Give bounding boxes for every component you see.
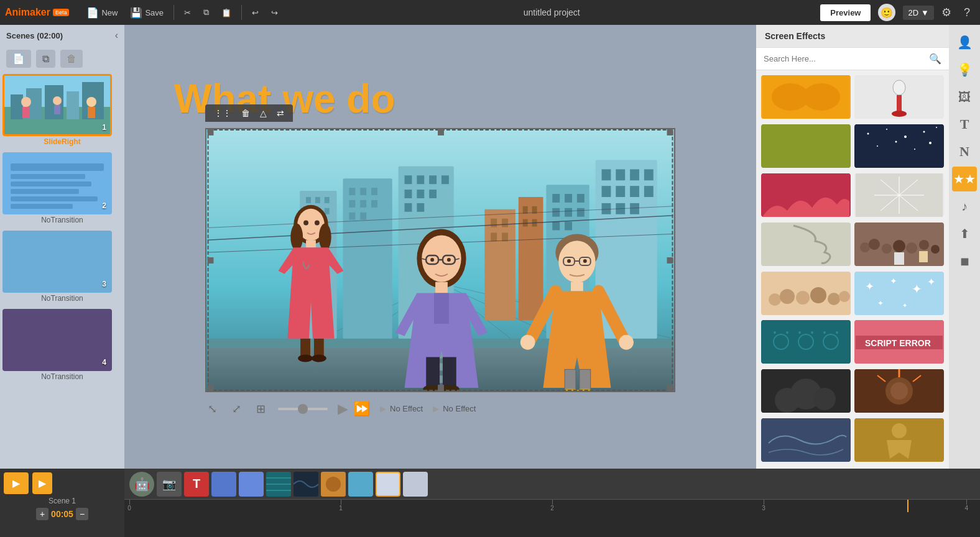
- effect-thumb-1[interactable]: [761, 75, 851, 119]
- upload-button[interactable]: ⬆: [952, 221, 977, 246]
- svg-rect-61: [417, 203, 424, 211]
- text-button[interactable]: T: [952, 112, 977, 137]
- timeline-blue-item[interactable]: [211, 472, 236, 497]
- delete-scene-button[interactable]: 🗑: [60, 50, 83, 68]
- duplicate-scene-button[interactable]: ⧉: [36, 50, 55, 68]
- play-button[interactable]: ▶: [338, 401, 348, 417]
- zoom-slider[interactable]: [278, 408, 328, 410]
- effect-thumb-7[interactable]: [761, 223, 851, 266]
- move-tool-button[interactable]: ⋮⋮: [210, 107, 235, 119]
- svg-point-161: [867, 132, 869, 134]
- timeline-lblue-item[interactable]: [239, 472, 264, 497]
- character-icon: 👤: [957, 35, 973, 50]
- zoom-thumb[interactable]: [298, 404, 308, 414]
- preview-button[interactable]: Preview: [820, 4, 871, 21]
- redo-button[interactable]: ↪: [266, 6, 283, 20]
- effect-thumb-13[interactable]: [761, 369, 851, 413]
- scene-thumb-1[interactable]: 1: [2, 74, 112, 136]
- effect-thumb-16[interactable]: [854, 418, 944, 462]
- flip-tool-button[interactable]: △: [256, 107, 270, 119]
- timeline-sky-item[interactable]: [348, 472, 373, 497]
- fit-view-button[interactable]: ⤡: [205, 400, 220, 418]
- play-from-start-button[interactable]: ▶: [4, 472, 29, 494]
- svg-rect-150: [438, 385, 444, 391]
- entry-effect-selector[interactable]: ▶ No Effect: [380, 404, 423, 413]
- search-input[interactable]: [764, 54, 924, 63]
- effects-button[interactable]: ★★: [952, 167, 977, 191]
- timeline-text-item[interactable]: T: [184, 472, 209, 497]
- swap-tool-button[interactable]: ⇄: [273, 107, 288, 119]
- svg-rect-55: [429, 175, 437, 184]
- svg-rect-49: [371, 200, 377, 207]
- scene-item-1[interactable]: 1 SlideRight: [2, 74, 122, 147]
- svg-rect-74: [630, 169, 639, 180]
- effect-thumb-3[interactable]: [761, 124, 851, 168]
- time-plus-button[interactable]: +: [36, 508, 49, 520]
- undo-button[interactable]: ↩: [247, 6, 264, 20]
- svg-point-221: [813, 388, 836, 410]
- props-button[interactable]: 💡: [952, 57, 977, 82]
- character-button[interactable]: 👤: [952, 30, 977, 55]
- intro-button[interactable]: N: [952, 139, 977, 164]
- exit-effect-arrow: ▶: [433, 404, 439, 413]
- new-button[interactable]: 📄 New: [81, 4, 122, 21]
- timeline-playhead[interactable]: [907, 500, 908, 512]
- settings-button[interactable]: ⚙: [936, 3, 956, 22]
- effect-thumb-10[interactable]: ✦ ✦ ✦ ✦ ✦ ✦: [854, 272, 944, 315]
- timeline-robot-icon[interactable]: 🤖: [129, 472, 154, 497]
- timeline-wave-item[interactable]: [294, 472, 318, 497]
- scene-item-4[interactable]: 4 NoTransition: [2, 309, 122, 382]
- scene-item-2[interactable]: 2 NoTransition: [2, 152, 122, 226]
- timeline-text-icon: T: [193, 477, 200, 491]
- svg-point-99: [319, 223, 331, 250]
- exit-effect-selector[interactable]: ▶ No Effect: [433, 404, 476, 413]
- canvas-toolbar: ⋮⋮ 🗑 △ ⇄: [205, 104, 293, 122]
- svg-rect-65: [577, 194, 585, 203]
- timeline-orange-item[interactable]: [321, 472, 346, 497]
- effect-thumb-15[interactable]: [761, 418, 851, 462]
- effect-thumb-6[interactable]: [854, 173, 944, 217]
- effect-thumb-11[interactable]: [761, 320, 851, 364]
- svg-point-192: [769, 293, 781, 306]
- timeline-selected-item-1[interactable]: [376, 472, 400, 497]
- transitions-button[interactable]: ◼: [952, 249, 977, 273]
- effect-thumb-9[interactable]: [761, 272, 851, 315]
- scene-item-3[interactable]: 3 NoTransition: [2, 231, 122, 304]
- effect-thumb-5[interactable]: [761, 173, 851, 217]
- timeline-camera-icon[interactable]: 📷: [157, 472, 182, 497]
- svg-rect-84: [491, 218, 497, 227]
- paste-button[interactable]: 📋: [216, 6, 236, 20]
- copy-button[interactable]: ⧉: [198, 5, 214, 20]
- timeline-teal-item[interactable]: [266, 472, 291, 497]
- cut-button[interactable]: ✂: [179, 6, 196, 20]
- svg-point-188: [931, 245, 940, 254]
- fast-forward-button[interactable]: ⏩: [353, 401, 370, 417]
- images-button[interactable]: 🖼: [952, 85, 977, 109]
- effect-thumb-14[interactable]: [854, 369, 944, 413]
- expand-view-button[interactable]: ⤢: [229, 400, 244, 418]
- effect-thumb-8[interactable]: [854, 223, 944, 266]
- effect-thumb-2[interactable]: [854, 75, 944, 119]
- mode-selector[interactable]: 2D ▼: [903, 6, 934, 20]
- svg-point-158: [892, 111, 907, 117]
- save-button[interactable]: 💾 Save: [125, 4, 169, 21]
- logo-text: Animaker: [5, 7, 50, 18]
- music-button[interactable]: ♪: [952, 194, 977, 219]
- time-minus-button[interactable]: −: [76, 508, 88, 520]
- grid-view-button[interactable]: ⊞: [254, 400, 268, 418]
- scene-thumb-4[interactable]: 4: [2, 309, 112, 371]
- canvas-frame[interactable]: ⋮⋮ 🗑 △ ⇄: [205, 128, 675, 392]
- timeline-selected-item-2[interactable]: [403, 472, 428, 497]
- scenes-collapse-button[interactable]: ‹: [115, 30, 118, 41]
- delete-tool-button[interactable]: 🗑: [238, 107, 254, 119]
- help-button[interactable]: ?: [959, 4, 975, 22]
- scene-thumb-2[interactable]: 2: [2, 152, 112, 214]
- ruler-label-3: 3: [762, 505, 765, 512]
- effect-thumb-4[interactable]: [854, 124, 944, 168]
- scenes-panel: Scenes (02:00) ‹ 📄 ⧉ 🗑: [0, 25, 124, 469]
- scene-thumb-3[interactable]: 3: [2, 231, 112, 293]
- add-scene-button[interactable]: 📄: [6, 50, 31, 68]
- play-button-small[interactable]: ▶: [32, 472, 52, 494]
- effect-thumb-12[interactable]: SCRIPT ERROR: [854, 320, 944, 364]
- zoom-track[interactable]: [278, 408, 328, 410]
